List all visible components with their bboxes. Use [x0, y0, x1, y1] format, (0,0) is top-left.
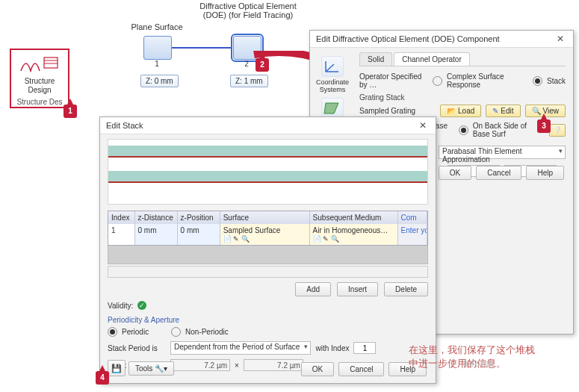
- close-icon[interactable]: ✕: [554, 34, 567, 44]
- with-index-input[interactable]: [353, 342, 376, 354]
- stack-label: Stack: [547, 77, 566, 85]
- help-icon-button[interactable]: ❔: [549, 124, 566, 137]
- plane-surface-block[interactable]: [143, 36, 172, 60]
- add-button[interactable]: Add: [295, 282, 331, 296]
- doe-ok-button[interactable]: OK: [439, 166, 471, 180]
- method-dropdown[interactable]: Parabasal Thin Element Approximation: [439, 146, 566, 159]
- validity-ok-icon: ✓: [137, 301, 146, 310]
- delete-button[interactable]: Delete: [384, 282, 428, 296]
- palette-label-2: Design: [11, 86, 68, 95]
- times-label: ×: [235, 361, 239, 370]
- load-button[interactable]: 📂Load: [440, 105, 481, 117]
- operator-specified-label: Operator Specified by …: [359, 72, 428, 89]
- stack-period-x: [170, 359, 230, 371]
- tab-solid[interactable]: Solid: [359, 52, 392, 66]
- complex-surface-label: Complex Surface Response: [447, 72, 528, 89]
- col-comment: Com: [398, 211, 427, 224]
- periodicity-title: Periodicity & Aperture: [108, 316, 428, 324]
- view-button[interactable]: 🔍View: [525, 105, 566, 117]
- axes-icon: [321, 56, 344, 77]
- close-icon[interactable]: ✕: [416, 120, 430, 131]
- layer-preview: [108, 139, 428, 205]
- complex-surface-radio[interactable]: [433, 76, 442, 86]
- col-zdistance: z-Distance: [135, 211, 178, 224]
- horizontal-scrollbar[interactable]: [108, 266, 428, 278]
- periodic-radio[interactable]: [108, 327, 117, 337]
- stack-title: Edit Stack: [106, 121, 143, 130]
- with-index-label: with Index: [315, 344, 349, 352]
- validity-label: Validity:: [108, 302, 133, 310]
- tab-channel-operator[interactable]: Channel Operator: [394, 52, 470, 66]
- grating-stack-title: Grating Stack: [359, 93, 566, 102]
- col-index: Index: [108, 211, 135, 224]
- col-surface: Surface: [220, 211, 310, 224]
- doe-title: Edit Diffractive Optical Element (DOE) C…: [316, 34, 500, 43]
- table-empty-area: [108, 246, 428, 264]
- svg-rect-0: [44, 57, 58, 68]
- nonperiodic-label: Non-Periodic: [185, 328, 229, 336]
- badge-4: 4: [96, 371, 109, 385]
- stack-period-dependency-dropdown[interactable]: Dependent from the Period of Surface: [170, 341, 311, 355]
- back-side-label: On Back Side of Base Surf: [473, 122, 540, 138]
- coord-systems-tool[interactable]: Coordinate Systems: [314, 56, 351, 93]
- palette-group-label: Structure Des: [11, 98, 68, 106]
- badge-1: 1: [64, 105, 77, 118]
- structure-design-palette-item[interactable]: Structure Design Structure Des: [10, 49, 69, 108]
- watermark-text: infotek: [463, 358, 495, 369]
- stack-radio[interactable]: [533, 76, 542, 86]
- stack-period-y: [244, 359, 303, 371]
- periodic-label: Periodic: [122, 328, 167, 336]
- stack-ok-button[interactable]: OK: [301, 362, 334, 376]
- badge-3: 3: [537, 119, 551, 133]
- col-zposition: z-Position: [178, 211, 220, 224]
- block1-z-button[interactable]: Z: 0 mm: [140, 75, 179, 87]
- sampled-grating-label: Sampled Grating: [359, 107, 436, 115]
- back-side-radio[interactable]: [459, 125, 468, 135]
- block1-number: 1: [143, 60, 170, 68]
- col-medium: Subsequent Medium: [310, 211, 398, 224]
- structure-design-icon: [11, 53, 68, 75]
- doe-cancel-button[interactable]: Cancel: [476, 166, 521, 180]
- edit-stack-dialog: Edit Stack ✕ Index z-Distance z-Position…: [99, 116, 436, 384]
- stack-period-is-label: Stack Period is: [108, 344, 166, 352]
- nonperiodic-radio[interactable]: [171, 327, 181, 337]
- palette-label-1: Structure: [11, 77, 68, 86]
- position-icon: [321, 98, 344, 119]
- edit-button[interactable]: ✎Edit: [486, 105, 520, 117]
- table-row[interactable]: 1 0 mm 0 mm Sampled Surface📄 ✎ 🔍 Air in …: [108, 224, 427, 245]
- doe-help-button[interactable]: Help: [526, 166, 564, 180]
- tools-dropdown-button[interactable]: Tools 🔧▾: [129, 361, 174, 376]
- save-icon-button[interactable]: 💾: [108, 360, 126, 376]
- block2-title: Diffractive Optical Element (DOE) (for F…: [196, 1, 300, 19]
- insert-button[interactable]: Insert: [337, 282, 378, 296]
- stack-table: Index z-Distance z-Position Surface Subs…: [108, 211, 428, 246]
- block1-title: Plane Surface: [127, 22, 187, 31]
- stack-cancel-button[interactable]: Cancel: [338, 362, 384, 376]
- diagram-connector: [172, 47, 232, 49]
